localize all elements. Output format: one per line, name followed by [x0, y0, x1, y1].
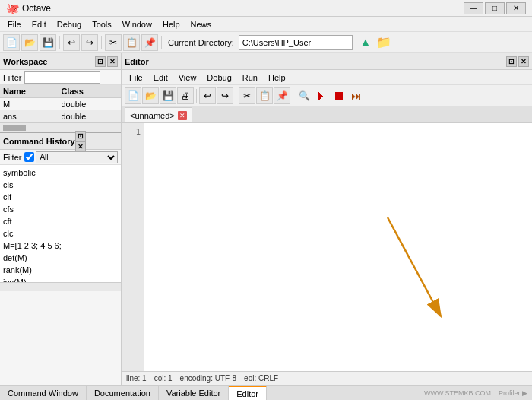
workspace-filter-input[interactable] — [24, 71, 100, 84]
list-item[interactable]: clf — [3, 191, 118, 203]
editor-save-btn[interactable]: 💾 — [160, 87, 176, 104]
var-class: double — [58, 110, 121, 122]
var-name: ans — [0, 110, 58, 122]
redo-btn[interactable]: ↪ — [81, 34, 98, 51]
bottom-tab-bar: Command Window Documentation Variable Ed… — [0, 385, 532, 400]
workspace-close-btn[interactable]: ✕ — [107, 56, 118, 67]
editor-find-btn[interactable]: 🔍 — [296, 87, 312, 104]
current-dir-label: Current Directory: — [168, 38, 234, 47]
workspace-hscroll[interactable] — [0, 122, 121, 132]
workspace-content: Name Class M double ans double — [0, 85, 121, 122]
tab-editor[interactable]: Editor — [229, 386, 267, 401]
open-file-btn[interactable]: 📂 — [21, 34, 38, 51]
nav-up-btn[interactable]: ▲ — [357, 34, 374, 51]
workspace-section: Workspace ⊡ ✕ Filter Name Class — [0, 53, 121, 132]
code-editor[interactable] — [144, 123, 532, 371]
workspace-undock-btn[interactable]: ⊡ — [95, 56, 106, 67]
var-name: M — [0, 98, 58, 111]
editor-copy-btn[interactable]: 📋 — [256, 87, 273, 104]
cmd-history-hscroll[interactable] — [0, 282, 121, 291]
cut-btn[interactable]: ✂ — [105, 34, 122, 51]
editor-menu-bar: File Edit View Debug Run Help — [122, 70, 532, 85]
menu-debug[interactable]: Debug — [52, 18, 86, 30]
menu-edit[interactable]: Edit — [27, 18, 51, 30]
editor-undock-btn[interactable]: ⊡ — [506, 56, 517, 67]
table-row[interactable]: ans double — [0, 110, 121, 122]
paste-btn[interactable]: 📌 — [141, 34, 158, 51]
editor-menu-view[interactable]: View — [174, 71, 201, 84]
current-dir-input[interactable] — [239, 35, 353, 50]
undo-btn[interactable]: ↩ — [63, 34, 80, 51]
workspace-col-class: Class — [58, 85, 121, 98]
command-history-section: Command History ⊡ ✕ Filter All symbolic … — [0, 132, 121, 291]
editor-step-btn[interactable]: ⏭ — [348, 87, 365, 104]
editor-stop-btn[interactable]: ⏹ — [331, 87, 347, 104]
editor-tab-bar: <unnamed> ✕ — [122, 106, 532, 123]
editor-title-buttons: ⊡ ✕ — [506, 56, 529, 67]
list-item[interactable]: clc — [3, 227, 118, 240]
menu-help[interactable]: Help — [158, 18, 185, 30]
editor-tab-unnamed[interactable]: <unnamed> ✕ — [125, 107, 192, 122]
save-btn[interactable]: 💾 — [40, 34, 56, 51]
list-item[interactable]: cft — [3, 215, 118, 227]
tab-variable-editor[interactable]: Variable Editor — [159, 386, 229, 401]
editor-menu-run[interactable]: Run — [238, 71, 262, 84]
cmd-filter-select[interactable]: All — [36, 151, 118, 163]
list-item[interactable]: cls — [3, 179, 118, 191]
new-file-btn[interactable]: 📄 — [3, 34, 20, 51]
minimize-button[interactable]: — — [464, 2, 483, 14]
editor-sep3 — [293, 89, 293, 103]
browse-folder-btn[interactable]: 📁 — [375, 34, 392, 51]
workspace-table: Name Class M double ans double — [0, 85, 121, 122]
menu-tools[interactable]: Tools — [87, 18, 116, 30]
cmd-filter-checkbox[interactable] — [24, 152, 34, 162]
editor-open-btn[interactable]: 📂 — [142, 87, 159, 104]
workspace-title: Workspace — [3, 57, 48, 66]
editor-menu-debug[interactable]: Debug — [202, 71, 236, 84]
menu-file[interactable]: File — [3, 18, 26, 30]
table-row[interactable]: M double — [0, 98, 121, 111]
profiler-button[interactable]: Profiler ▶ — [499, 389, 527, 397]
toolbar-separator-3 — [161, 36, 162, 49]
cmd-history-undock-btn[interactable]: ⊡ — [75, 131, 86, 141]
close-button[interactable]: ✕ — [506, 2, 526, 14]
list-item[interactable]: inv(M) — [3, 276, 118, 282]
toolbar-separator-1 — [59, 36, 60, 49]
title-bar: 🐙 Octave — □ ✕ — [0, 0, 532, 17]
editor-redo-btn[interactable]: ↪ — [217, 87, 233, 104]
list-item[interactable]: symbolic — [3, 167, 118, 179]
editor-menu-file[interactable]: File — [125, 71, 147, 84]
workspace-filter-bar: Filter — [0, 70, 121, 85]
editor-close-btn[interactable]: ✕ — [518, 56, 529, 67]
list-item[interactable]: det(M) — [3, 252, 118, 264]
list-item[interactable]: rank(M) — [3, 264, 118, 276]
tab-command-window[interactable]: Command Window — [0, 386, 87, 401]
editor-undo-btn[interactable]: ↩ — [199, 87, 216, 104]
editor-tab-close[interactable]: ✕ — [178, 111, 187, 120]
maximize-button[interactable]: □ — [485, 2, 505, 14]
status-line: line: 1 — [126, 374, 147, 383]
cmd-history-header-buttons: ⊡ ✕ — [75, 131, 86, 152]
editor-new-btn[interactable]: 📄 — [125, 87, 141, 104]
copy-btn[interactable]: 📋 — [123, 34, 140, 51]
editor-title-bar: Editor ⊡ ✕ — [122, 53, 532, 70]
workspace-header-buttons: ⊡ ✕ — [95, 56, 118, 67]
tab-documentation[interactable]: Documentation — [87, 386, 159, 401]
workspace-hscroll-thumb — [3, 125, 26, 131]
main-toolbar: 📄 📂 💾 ↩ ↪ ✂ 📋 📌 Current Directory: ▲ 📁 — [0, 32, 532, 53]
editor-sep2 — [236, 89, 236, 103]
editor-status-bar: line: 1 col: 1 encoding: UTF-8 eol: CRLF — [122, 371, 532, 385]
editor-print-btn[interactable]: 🖨 — [177, 87, 194, 104]
list-item[interactable]: cfs — [3, 203, 118, 215]
editor-paste-btn[interactable]: 📌 — [274, 87, 290, 104]
bottom-right-area: WWW.STEMKB.COM Profiler ▶ — [424, 389, 532, 397]
menu-news[interactable]: News — [186, 18, 217, 30]
editor-menu-help[interactable]: Help — [264, 71, 290, 84]
cmd-filter-label: Filter — [3, 153, 21, 162]
workspace-col-name: Name — [0, 85, 58, 98]
editor-run-btn[interactable]: ⏵ — [313, 87, 330, 104]
editor-cut-btn[interactable]: ✂ — [239, 87, 255, 104]
editor-menu-edit[interactable]: Edit — [149, 71, 173, 84]
menu-window[interactable]: Window — [118, 18, 157, 30]
list-item[interactable]: M=[1 2 3; 4 5 6; — [3, 240, 118, 252]
